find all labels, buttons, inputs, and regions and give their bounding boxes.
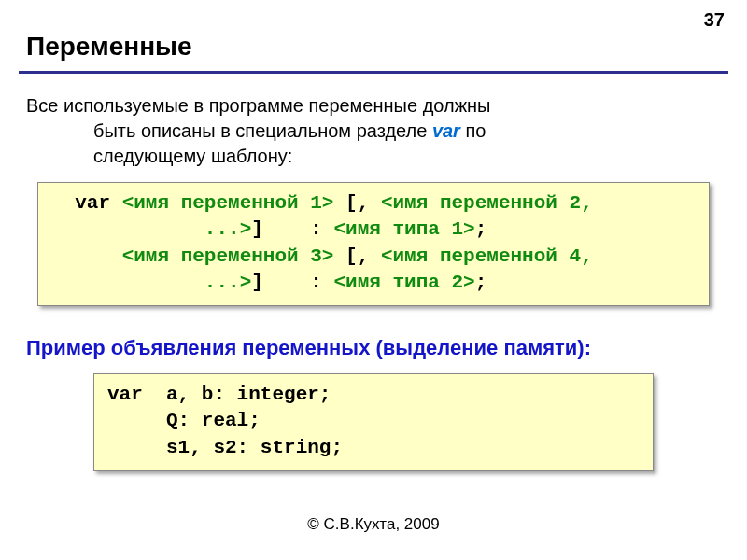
intro-line3: следующему шаблону: [93, 144, 721, 169]
ex-l3: s1, s2: string; [107, 437, 343, 458]
ex-l2: Q: real; [107, 410, 261, 431]
intro-line1: Все используемые в программе переменные … [26, 95, 490, 116]
tpl-l1-a: var [51, 192, 122, 214]
tpl-l4-b: ] : [251, 272, 333, 293]
intro-line2b: по [460, 120, 486, 141]
tpl-l2-b: ] : [251, 218, 333, 240]
tpl-l3-b: <имя переменной 3> [122, 245, 334, 267]
tpl-l3-a [51, 245, 122, 267]
page-number: 37 [704, 9, 725, 31]
tpl-l1-b: <имя переменной 1> [122, 192, 334, 214]
tpl-l1-c: [, [333, 192, 380, 214]
intro-line2a: быть описаны в специальном разделе [93, 120, 432, 141]
footer-copyright: © С.В.Кухта, 2009 [0, 515, 747, 534]
ex-l1: var a, b: integer; [107, 384, 331, 405]
tpl-l2-d: ; [475, 218, 487, 240]
var-keyword: var [432, 120, 460, 141]
slide-title: Переменные [26, 32, 192, 62]
intro-text: Все используемые в программе переменные … [26, 93, 721, 169]
tpl-l2-a: ...> [51, 218, 251, 240]
tpl-l4-d: ; [475, 272, 487, 293]
example-code-box: var a, b: integer; Q: real; s1, s2: stri… [93, 373, 654, 471]
tpl-l4-c: <имя типа 2> [333, 272, 474, 293]
title-underline [19, 71, 728, 74]
tpl-l4-a: ...> [51, 272, 251, 293]
tpl-l3-c: [, [333, 245, 380, 267]
tpl-l1-d: <имя переменной 2, [381, 192, 593, 214]
template-code-box: var <имя переменной 1> [, <имя переменно… [37, 182, 710, 306]
example-section-label: Пример объявления переменных (выделение … [26, 336, 721, 360]
tpl-l3-d: <имя переменной 4, [381, 245, 593, 267]
tpl-l2-c: <имя типа 1> [333, 218, 474, 240]
slide: 37 Переменные Все используемые в програм… [0, 0, 747, 560]
